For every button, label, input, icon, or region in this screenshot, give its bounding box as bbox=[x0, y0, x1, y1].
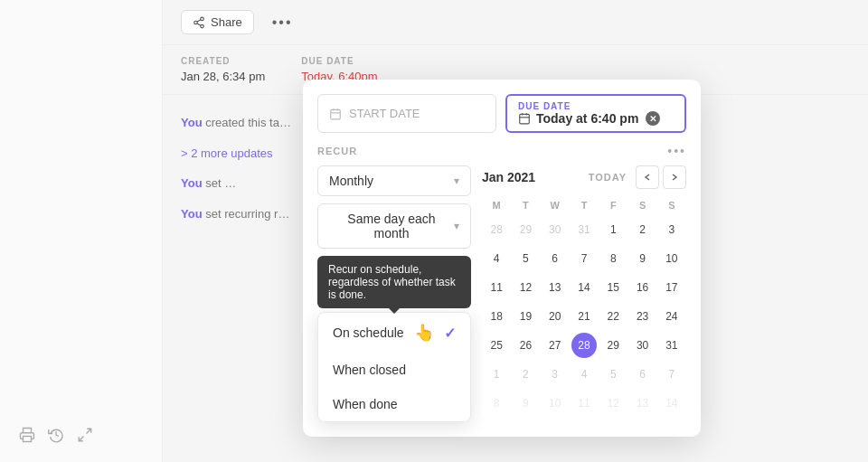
activity-text-3: set recurring r… bbox=[205, 207, 289, 221]
calendar: Jan 2021 TODAY M T bbox=[482, 165, 686, 417]
cal-day[interactable]: 4 bbox=[571, 362, 597, 387]
cal-day[interactable]: 11 bbox=[571, 391, 597, 416]
svg-line-2 bbox=[79, 437, 83, 441]
menu-item-when-closed[interactable]: When closed bbox=[318, 353, 470, 387]
popup-date-row: START DATE DUE DATE Today at 6:40 pm ✕ bbox=[317, 94, 686, 133]
due-date-btn-value: Today at 6:40 pm ✕ bbox=[518, 111, 674, 126]
prev-month-button[interactable] bbox=[636, 165, 659, 189]
start-date-placeholder: START DATE bbox=[349, 107, 420, 120]
cal-day[interactable]: 17 bbox=[659, 275, 684, 300]
on-schedule-cursor: 👆 bbox=[414, 323, 434, 343]
day-header-w: W bbox=[541, 198, 570, 212]
cal-day[interactable]: 16 bbox=[630, 275, 656, 300]
cal-day[interactable]: 21 bbox=[571, 304, 597, 329]
due-date-button[interactable]: DUE DATE Today at 6:40 pm ✕ bbox=[505, 94, 686, 133]
cal-day[interactable]: 20 bbox=[542, 304, 568, 329]
cal-day[interactable]: 30 bbox=[542, 217, 568, 242]
same-day-chevron-icon: ▾ bbox=[454, 220, 459, 232]
cal-day[interactable]: 3 bbox=[659, 217, 684, 242]
calendar-grid: M T W T F S S 28 29 30 31 1 bbox=[482, 198, 686, 417]
start-date-button[interactable]: START DATE bbox=[317, 94, 496, 133]
more-button[interactable]: ••• bbox=[265, 10, 300, 35]
when-done-label: When done bbox=[333, 397, 398, 411]
cal-day[interactable]: 19 bbox=[513, 304, 538, 329]
cal-day[interactable]: 5 bbox=[600, 362, 626, 387]
cal-day[interactable]: 4 bbox=[484, 246, 509, 271]
monthly-chevron-icon: ▾ bbox=[454, 174, 459, 187]
cal-day[interactable]: 18 bbox=[484, 304, 509, 329]
cal-day[interactable]: 13 bbox=[542, 275, 568, 300]
cal-day[interactable]: 6 bbox=[630, 362, 656, 387]
cal-day[interactable]: 13 bbox=[630, 391, 656, 416]
next-month-button[interactable] bbox=[663, 165, 686, 189]
cal-day[interactable]: 3 bbox=[542, 362, 568, 387]
cal-day[interactable]: 14 bbox=[571, 275, 597, 300]
cal-day[interactable]: 8 bbox=[600, 246, 626, 271]
cal-day[interactable]: 24 bbox=[659, 304, 684, 329]
cal-day[interactable]: 5 bbox=[513, 246, 538, 271]
cal-day[interactable]: 9 bbox=[513, 391, 538, 416]
cal-day[interactable]: 9 bbox=[630, 246, 656, 271]
monthly-dropdown[interactable]: Monthly ▾ bbox=[317, 165, 471, 196]
menu-item-when-done[interactable]: When done bbox=[318, 387, 470, 421]
date-picker-popup: START DATE DUE DATE Today at 6:40 pm ✕ R… bbox=[303, 80, 701, 437]
cal-day[interactable]: 23 bbox=[630, 304, 656, 329]
same-day-label: Same day each month bbox=[329, 212, 454, 240]
svg-line-7 bbox=[197, 19, 201, 21]
cal-day[interactable]: 30 bbox=[630, 333, 656, 358]
cal-day[interactable]: 27 bbox=[542, 333, 568, 358]
cal-day[interactable]: 6 bbox=[542, 246, 568, 271]
clear-due-date-button[interactable]: ✕ bbox=[646, 111, 660, 126]
share-button[interactable]: Share bbox=[181, 10, 254, 34]
calendar-header: Jan 2021 TODAY bbox=[482, 165, 686, 189]
cal-day[interactable]: 2 bbox=[630, 217, 656, 242]
cal-day-selected[interactable]: 28 bbox=[571, 333, 597, 358]
cal-day[interactable]: 22 bbox=[600, 304, 626, 329]
calendar-panel: Jan 2021 TODAY M T bbox=[482, 165, 686, 422]
you-label-2: You bbox=[181, 176, 203, 190]
cal-day[interactable]: 29 bbox=[600, 333, 626, 358]
cal-day[interactable]: 1 bbox=[600, 217, 626, 242]
cal-day[interactable]: 7 bbox=[659, 362, 684, 387]
calendar-week-3: 18 19 20 21 22 23 24 bbox=[482, 303, 686, 330]
created-value: Jan 28, 6:34 pm bbox=[181, 70, 265, 83]
cal-day[interactable]: 15 bbox=[600, 275, 626, 300]
cal-day[interactable]: 2 bbox=[513, 362, 538, 387]
svg-rect-8 bbox=[331, 109, 341, 118]
popup-body: Monthly ▾ Same day each month ▾ Recur on… bbox=[317, 165, 686, 422]
cal-day[interactable]: 10 bbox=[542, 391, 568, 416]
cal-day[interactable]: 8 bbox=[484, 391, 509, 416]
cal-day[interactable]: 28 bbox=[484, 217, 509, 242]
calendar-month: Jan 2021 bbox=[482, 170, 535, 184]
recur-more-button[interactable]: ••• bbox=[667, 144, 686, 158]
cal-day[interactable]: 1 bbox=[484, 362, 509, 387]
history-icon[interactable] bbox=[47, 426, 65, 444]
day-header-s2: S bbox=[657, 198, 686, 212]
calendar-nav: TODAY bbox=[583, 165, 686, 189]
cal-day[interactable]: 14 bbox=[659, 391, 684, 416]
cal-day[interactable]: 12 bbox=[513, 275, 538, 300]
calendar-week-5: 1 2 3 4 5 6 7 bbox=[482, 361, 686, 388]
calendar-week-2: 11 12 13 14 15 16 17 bbox=[482, 274, 686, 301]
menu-item-on-schedule[interactable]: On schedule 👆 ✓ bbox=[318, 313, 470, 353]
cal-day[interactable]: 7 bbox=[571, 246, 597, 271]
activity-text-1: created this ta… bbox=[205, 116, 291, 129]
cal-day[interactable]: 31 bbox=[571, 217, 597, 242]
print-icon[interactable] bbox=[18, 426, 36, 444]
day-header-m: M bbox=[482, 198, 511, 212]
expand-icon[interactable] bbox=[76, 426, 94, 444]
on-schedule-check-icon: ✓ bbox=[444, 325, 456, 342]
cal-day[interactable]: 29 bbox=[513, 217, 538, 242]
cal-day[interactable]: 11 bbox=[484, 275, 509, 300]
sidebar-icons bbox=[18, 426, 94, 444]
cal-day[interactable]: 12 bbox=[600, 391, 626, 416]
cal-day[interactable]: 31 bbox=[659, 333, 684, 358]
cal-day[interactable]: 25 bbox=[484, 333, 509, 358]
day-header-t1: T bbox=[511, 198, 540, 212]
today-button[interactable]: TODAY bbox=[583, 170, 632, 184]
cal-day[interactable]: 10 bbox=[659, 246, 684, 271]
same-day-dropdown[interactable]: Same day each month ▾ bbox=[317, 203, 471, 249]
when-closed-label: When closed bbox=[333, 363, 406, 377]
cal-day[interactable]: 26 bbox=[513, 333, 538, 358]
day-header-s1: S bbox=[627, 198, 656, 212]
